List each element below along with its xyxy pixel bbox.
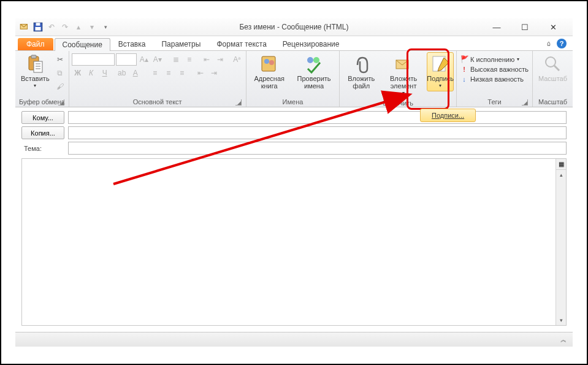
group-zoom: Масштаб Масштаб (533, 51, 573, 107)
zoom-label: Масштаб (538, 75, 567, 82)
shrink-font-icon[interactable]: A▾ (151, 53, 164, 66)
attach-file-button[interactable]: Вложить файл (342, 52, 380, 91)
highlight-icon[interactable]: ab (116, 67, 128, 79)
to-field[interactable] (68, 111, 567, 124)
attach-item-button[interactable]: Вложить элемент ▾ (381, 52, 426, 99)
signature-button[interactable]: Подпись ▾ (427, 52, 454, 91)
clear-format-icon[interactable]: Aᵃ (231, 53, 243, 66)
address-book-button[interactable]: Адресная книга (249, 52, 290, 91)
maximize-button[interactable]: ☐ (516, 21, 533, 33)
svg-point-13 (307, 57, 313, 63)
vertical-scrollbar[interactable]: ▦ ▴ ▾ (556, 159, 566, 325)
group-tags-label: Теги (459, 98, 530, 107)
underline-button[interactable]: Ч (99, 67, 111, 79)
align-right-icon[interactable]: ≡ (176, 67, 188, 79)
font-size-combo[interactable] (116, 53, 137, 66)
high-importance-button[interactable]: ! Высокая важность (459, 65, 530, 74)
format-painter-icon[interactable]: 🖌 (54, 80, 66, 93)
help-icon[interactable]: ? (557, 39, 567, 48)
tab-review[interactable]: Рецензирование (275, 37, 348, 50)
italic-button[interactable]: К (85, 67, 97, 79)
tab-message[interactable]: Сообщение (55, 38, 110, 51)
paperclip-icon (351, 54, 371, 74)
paste-label: Вставить (21, 75, 50, 82)
scroll-up-icon[interactable]: ▴ (556, 170, 566, 180)
tab-options[interactable]: Параметры (153, 37, 208, 50)
bold-button[interactable]: Ж (72, 67, 84, 79)
group-names: Адресная книга Проверить имена Имена (246, 51, 340, 107)
screenshot-frame: ↶ ↷ ▴ ▾ ▾ Без имени - Сообщение (HTML) —… (0, 0, 588, 365)
group-names-label: Имена (249, 98, 337, 107)
tags-launcher[interactable] (522, 99, 528, 106)
chevron-down-icon: ▾ (34, 82, 36, 90)
attach-file-label: Вложить файл (345, 75, 377, 90)
scroll-down-icon[interactable]: ▾ (556, 315, 566, 325)
align-left-icon[interactable]: ≡ (149, 67, 161, 79)
indent-icon[interactable]: ⇥ (214, 53, 226, 66)
low-importance-icon: ↓ (460, 75, 468, 83)
qat-send-receive-icon[interactable] (19, 21, 30, 33)
tab-file[interactable]: Файл (18, 38, 53, 50)
low-importance-button[interactable]: ↓ Низкая важность (459, 75, 525, 83)
follow-up-button[interactable]: 🚩 К исполнению ▾ (459, 55, 521, 64)
qat-next-icon[interactable]: ▾ (86, 21, 97, 33)
qat-customize-icon[interactable]: ▾ (100, 21, 111, 33)
check-names-label: Проверить имена (294, 75, 334, 90)
magnifier-icon (543, 54, 562, 74)
clipboard-icon (25, 54, 45, 74)
qat-undo-icon[interactable]: ↶ (46, 21, 57, 33)
titlebar: ↶ ↷ ▴ ▾ ▾ Без имени - Сообщение (HTML) —… (15, 18, 573, 36)
numbering-icon[interactable]: ≡ (183, 53, 196, 66)
high-importance-icon: ! (460, 66, 468, 73)
zoom-button[interactable]: Масштаб (535, 52, 570, 84)
clipboard-launcher[interactable] (58, 99, 64, 106)
cc-button[interactable]: Копия... (21, 126, 64, 139)
check-names-button[interactable]: Проверить имена (291, 52, 337, 91)
qat-save-icon[interactable] (32, 21, 44, 33)
cc-field[interactable] (68, 126, 567, 139)
signature-dropdown-item[interactable]: Подписи... (420, 109, 476, 122)
subject-field[interactable] (68, 142, 567, 155)
chevron-down-icon: ▾ (517, 56, 519, 62)
grow-font-icon[interactable]: A▴ (138, 53, 150, 66)
font-launcher[interactable] (235, 99, 242, 106)
svg-point-17 (546, 57, 556, 67)
chevron-down-icon: ▾ (402, 90, 405, 97)
signature-label: Подпись (427, 75, 454, 82)
ribbon-minimize-icon[interactable]: ۵ (547, 40, 551, 48)
to-button[interactable]: Кому... (21, 111, 64, 124)
group-clipboard: Вставить ▾ ✂ ⧉ 🖌 Буфер обмена (15, 51, 69, 107)
status-bar: ︽ (15, 332, 573, 347)
indent-left-icon[interactable]: ⇤ (194, 67, 207, 79)
indent-right-icon[interactable]: ⇥ (208, 67, 220, 79)
svg-point-12 (269, 60, 274, 65)
chevron-down-icon: ▾ (439, 82, 441, 90)
svg-rect-3 (36, 27, 41, 31)
address-book-label: Адресная книга (252, 75, 287, 90)
tab-format-text[interactable]: Формат текста (208, 37, 274, 50)
tab-insert[interactable]: Вставка (110, 37, 154, 50)
expand-icon[interactable]: ︽ (560, 336, 567, 344)
close-button[interactable]: ✕ (544, 21, 562, 33)
svg-line-18 (554, 66, 559, 71)
font-name-combo[interactable] (72, 53, 115, 66)
qat-redo-icon[interactable]: ↷ (59, 21, 71, 33)
qat-prev-icon[interactable]: ▴ (73, 21, 84, 33)
ruler-toggle-icon[interactable]: ▦ (556, 159, 566, 170)
check-names-icon (304, 54, 324, 74)
svg-point-11 (264, 59, 269, 64)
message-body[interactable]: ▦ ▴ ▾ (21, 158, 567, 326)
ribbon-tabs: Файл Сообщение Вставка Параметры Формат … (15, 36, 573, 51)
copy-icon[interactable]: ⧉ (54, 67, 66, 79)
font-color-icon[interactable]: A (129, 67, 142, 79)
group-font-label: Основной текст (72, 98, 243, 107)
align-center-icon[interactable]: ≡ (162, 67, 175, 79)
outdent-icon[interactable]: ⇤ (200, 53, 213, 66)
paste-button[interactable]: Вставить ▾ (18, 52, 53, 91)
cut-icon[interactable]: ✂ (54, 53, 66, 66)
bullets-icon[interactable]: ≣ (170, 53, 182, 66)
low-importance-label: Низкая важность (470, 75, 524, 83)
svg-rect-5 (31, 55, 36, 58)
minimize-button[interactable]: — (488, 21, 505, 33)
quick-access-toolbar: ↶ ↷ ▴ ▾ ▾ (15, 21, 111, 33)
